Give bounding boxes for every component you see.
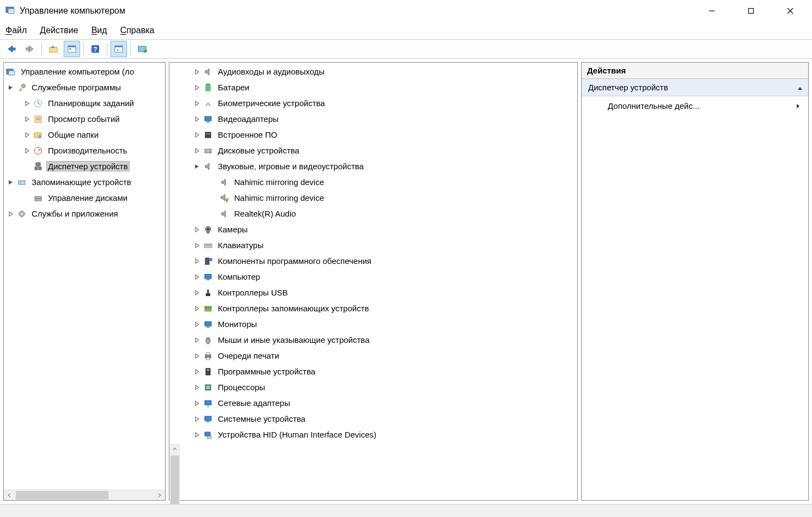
device-category-storage-controllers[interactable]: Контроллеры запоминающих устройств	[169, 300, 577, 316]
svg-rect-59	[205, 274, 211, 279]
titlebar: Управление компьютером	[0, 0, 812, 22]
keyboard-icon	[202, 241, 214, 250]
expand-icon[interactable]	[6, 180, 16, 185]
expand-icon[interactable]	[192, 416, 202, 422]
svg-rect-38	[35, 199, 41, 201]
tree-node-device-manager[interactable]: Диспетчер устройств	[4, 158, 165, 174]
expand-icon[interactable]	[22, 116, 32, 122]
toolbar: ?	[0, 39, 812, 59]
device-category-batteries[interactable]: Батареи	[169, 79, 577, 95]
expand-icon[interactable]	[6, 85, 16, 90]
expand-icon[interactable]	[22, 132, 32, 138]
expand-icon[interactable]	[192, 401, 202, 406]
expand-icon[interactable]	[192, 432, 202, 438]
close-button[interactable]	[771, 0, 810, 22]
device-category-firmware[interactable]: Встроенное ПО	[169, 127, 577, 143]
expand-icon[interactable]	[192, 85, 202, 90]
expand-icon[interactable]	[22, 148, 32, 153]
expand-icon[interactable]	[22, 101, 32, 106]
expand-icon[interactable]	[192, 116, 202, 122]
device-category-audio-io[interactable]: Аудиовходы и аудиовыходы	[169, 64, 577, 79]
menu-view[interactable]: Вид	[91, 26, 107, 35]
disk-management-icon	[32, 194, 44, 202]
expand-icon[interactable]	[192, 274, 202, 280]
expand-icon[interactable]	[192, 132, 202, 138]
device-category-processors[interactable]: Процессоры	[169, 379, 577, 395]
forward-button[interactable]	[22, 41, 38, 57]
device-nahimic-2[interactable]: !Nahimic mirroring device	[169, 190, 577, 206]
svg-point-17	[144, 50, 147, 53]
tree-node-storage[interactable]: Запоминающие устройств	[4, 174, 165, 190]
tree-node-performance[interactable]: Производительность	[4, 143, 165, 158]
svg-rect-66	[206, 327, 210, 328]
device-category-monitors[interactable]: Мониторы	[169, 316, 577, 332]
device-category-print-queues[interactable]: Очереди печати	[169, 348, 577, 364]
device-nahimic-1[interactable]: Nahimic mirroring device	[169, 174, 577, 190]
refresh-button[interactable]	[134, 41, 150, 57]
scroll-left-icon[interactable]	[4, 490, 15, 501]
expand-icon[interactable]	[192, 148, 202, 153]
back-button[interactable]	[3, 41, 20, 57]
expand-icon[interactable]	[192, 385, 202, 390]
tree-node-system-tools[interactable]: Служебные программы	[4, 79, 165, 95]
properties-button[interactable]	[64, 41, 80, 57]
device-realtek-audio[interactable]: Realtek(R) Audio	[169, 206, 577, 221]
actions-more[interactable]: Дополнительные дейс...	[582, 96, 808, 115]
storage-controller-icon	[202, 304, 214, 313]
expand-icon[interactable]	[192, 290, 202, 296]
menu-action[interactable]: Действие	[40, 26, 78, 35]
device-category-mice[interactable]: Мыши и иные указывающие устройства	[169, 332, 577, 348]
expand-icon[interactable]	[192, 243, 202, 248]
device-category-software-devices[interactable]: Программные устройства	[169, 364, 577, 379]
device-category-usb-controllers[interactable]: Контроллеры USB	[169, 285, 577, 300]
device-category-biometric[interactable]: Биометрические устройства	[169, 95, 577, 111]
svg-point-20	[22, 84, 26, 88]
expand-icon[interactable]	[192, 164, 202, 169]
device-category-system-devices[interactable]: Системные устройства	[169, 411, 577, 427]
device-category-cameras[interactable]: Камеры	[169, 221, 577, 237]
device-category-hid[interactable]: Устройства HID (Human Interface Devices)	[169, 427, 577, 442]
expand-icon[interactable]	[192, 227, 202, 232]
expand-icon[interactable]	[6, 211, 16, 217]
scroll-up-icon[interactable]	[169, 444, 180, 454]
expand-icon[interactable]	[192, 322, 202, 327]
help-button[interactable]: ?	[87, 41, 103, 57]
expand-icon[interactable]	[192, 258, 202, 264]
device-category-network-adapters[interactable]: Сетевые адаптеры	[169, 395, 577, 411]
scroll-right-icon[interactable]	[154, 490, 165, 501]
shared-folders-icon	[32, 131, 44, 139]
minimize-button[interactable]	[692, 0, 731, 22]
menu-file[interactable]: Файл	[5, 26, 27, 35]
svg-rect-64	[205, 309, 211, 311]
maximize-button[interactable]	[731, 0, 771, 22]
expand-icon[interactable]	[192, 306, 202, 311]
expand-icon[interactable]	[192, 369, 202, 374]
expand-icon[interactable]	[192, 353, 202, 359]
device-category-disk-drives[interactable]: Дисковые устройства	[169, 143, 577, 158]
actions-section[interactable]: Диспетчер устройств	[582, 79, 808, 96]
tree-node-task-scheduler[interactable]: Планировщик заданий	[4, 95, 165, 111]
mouse-icon	[202, 336, 214, 344]
expand-icon[interactable]	[192, 69, 202, 75]
expand-icon[interactable]	[192, 101, 202, 106]
device-category-sound[interactable]: Звуковые, игровые и видеоустройства	[169, 158, 577, 174]
svg-rect-7	[26, 48, 29, 50]
svg-rect-31	[36, 163, 40, 166]
horizontal-scrollbar[interactable]	[4, 489, 165, 500]
scroll-thumb[interactable]	[16, 491, 108, 500]
tree-node-root[interactable]: Управление компьютером (ло	[4, 64, 165, 79]
device-category-software-components[interactable]: Компоненты программного обеспечения	[169, 253, 577, 269]
device-category-computer[interactable]: Компьютер	[169, 269, 577, 285]
tree-node-shared-folders[interactable]: Общие папки	[4, 127, 165, 143]
action-pane-button[interactable]	[111, 41, 127, 57]
menu-help[interactable]: Справка	[120, 26, 155, 35]
tree-node-disk-management[interactable]: Управление дисками	[4, 190, 165, 206]
expand-icon[interactable]	[192, 337, 202, 343]
up-button[interactable]	[45, 41, 62, 57]
svg-rect-44	[206, 121, 210, 122]
device-category-keyboards[interactable]: Клавиатуры	[169, 237, 577, 253]
tree-node-event-viewer[interactable]: Просмотр событий	[4, 111, 165, 127]
tree-node-services[interactable]: Службы и приложения	[4, 206, 165, 221]
device-category-display-adapters[interactable]: Видеоадаптеры	[169, 111, 577, 127]
collapse-icon[interactable]	[797, 83, 803, 92]
